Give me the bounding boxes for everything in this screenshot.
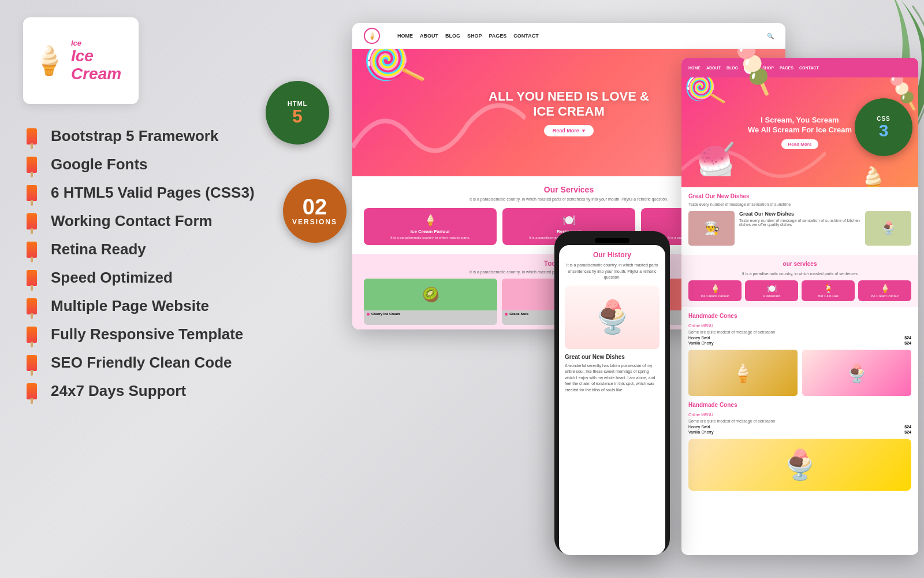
feature-text: Speed Optimized — [51, 269, 173, 287]
secondary-read-more-button[interactable]: Read More — [781, 139, 819, 149]
versions-badge: 02 VERSIONS — [283, 179, 346, 243]
menu-images-row: 🍦 🍨 — [688, 350, 911, 396]
bullet-icon — [23, 326, 40, 343]
feature-responsive: Fully Responsive Template — [23, 325, 300, 343]
special-card-1: 🥝 Cherry Ice Cream — [364, 279, 497, 325]
site-nav: 🍦 HOME ABOUT BLOG SHOP PAGES CONTACT 🔍 — [352, 23, 785, 49]
sec-service-icon-3: 🍹 — [805, 284, 851, 293]
bullet-icon — [23, 241, 40, 258]
logo-icon: 🍦 — [32, 45, 66, 77]
bullet-icon — [23, 128, 40, 145]
bullet-icon — [23, 354, 40, 372]
logo-box: 🍦 Ice Ice Cream — [23, 17, 139, 104]
sec-nav-about: ABOUT — [706, 66, 721, 70]
sec-service-icon-4: 🍦 — [862, 284, 908, 293]
service-card-icon-1: 🍦 — [370, 214, 491, 227]
mobile-history-text: It is a paradisematic country, in which … — [565, 262, 660, 281]
nav-blog: BLOG — [445, 33, 460, 39]
feature-text: Fully Responsive Template — [51, 325, 243, 343]
feature-google-fonts: Google Fonts — [23, 155, 300, 173]
dish-row: 👨‍🍳 Great Our New Dishes Taste every num… — [688, 211, 911, 246]
bullet-icon — [23, 383, 40, 400]
secondary-hero-text: I Scream, You ScreamWe All Scream For Ic… — [748, 116, 852, 150]
mockup-area: 🍦 HOME ABOUT BLOG SHOP PAGES CONTACT 🔍 🍭… — [335, 12, 918, 572]
feature-multipage: Multiple Page Website — [23, 297, 300, 315]
service-card-1: 🍦 Ice Cream Parlour It is a paradisemati… — [364, 208, 497, 245]
dish-info-1: Great Our New Dishes Taste every number … — [739, 211, 860, 246]
mobile-screen: Our History It is a paradisematic countr… — [559, 245, 665, 555]
sec-service-icon-2: 🍽️ — [748, 284, 795, 293]
left-panel: 🍦 Ice Ice Cream Bootstrap 5 Framework Go… — [0, 0, 323, 578]
mobile-dishes-text: A wonderful serenity has taken possessio… — [565, 363, 660, 394]
dish-image-2: 🍨 — [865, 211, 911, 246]
feature-text: SEO Friendly Clean Code — [51, 354, 232, 372]
large-menu-image: 🍨 — [688, 439, 911, 491]
secondary-service-cards: 🍦 Ice Cream Parlour 🍽️ Restaurant 🍹 Bar … — [688, 280, 911, 301]
feature-text: Bootstrap 5 Framework — [51, 127, 218, 145]
sec-nav-contact: CONTACT — [799, 66, 819, 70]
dish-image-1: 👨‍🍳 — [688, 211, 735, 246]
sec-popsicle-bottom: 🍦 — [856, 164, 891, 187]
menu-image-2: 🍨 — [802, 350, 911, 396]
feature-seo: SEO Friendly Clean Code — [23, 354, 300, 372]
feature-text: 24x7 Days Support — [51, 382, 186, 400]
feature-retina: Retina Ready — [23, 240, 300, 258]
css-num: 3 — [879, 122, 889, 139]
new-dishes-title: Great Our New Dishes — [688, 193, 911, 199]
sec-service-card-4: 🍦 Ice Cream Parlour — [858, 280, 911, 301]
feature-text: Multiple Page Website — [51, 297, 209, 315]
mobile-dishes-title: Great our New Dishes — [565, 354, 660, 360]
feature-speed: Speed Optimized — [23, 269, 300, 287]
bullet-icon — [23, 213, 40, 230]
nav-about: ABOUT — [420, 33, 438, 39]
bullet-icon — [23, 184, 40, 202]
new-dishes-section: Great Our New Dishes Taste every number … — [681, 187, 918, 255]
bullet-icon — [23, 298, 40, 315]
html5-badge: HTML 5 — [266, 81, 329, 144]
sec-service-card-1: 🍦 Ice Cream Parlour — [688, 280, 742, 301]
secondary-menu-section: Handmade Cones Online MENU Some are quit… — [681, 307, 918, 501]
menu-image-1: 🍦 — [688, 350, 798, 396]
sec-service-icon-1: 🍦 — [692, 284, 738, 293]
nav-shop: SHOP — [467, 33, 482, 39]
feature-text: Working Contact Form — [51, 212, 213, 230]
sec-service-card-2: 🍽️ Restaurant — [745, 280, 798, 301]
service-card-icon-2: 🍽️ — [508, 214, 629, 227]
sec-nav-home: HOME — [688, 66, 701, 70]
feature-bootstrap: Bootstrap 5 Framework — [23, 127, 300, 145]
hero-text-block: ALL YOU NEED IS LOVE &ICE CREAM Read Mor… — [489, 89, 649, 137]
feature-text: Retina Ready — [51, 240, 146, 258]
mobile-history-title: Our History — [565, 251, 660, 259]
secondary-nav-bar: HOME ABOUT BLOG 🍦 SHOP PAGES CONTACT — [681, 58, 918, 77]
nav-contact: CONTACT — [513, 33, 538, 39]
mobile-ice-cream-image: 🍨 — [565, 286, 660, 349]
hero-read-more-button[interactable]: Read More ♥ — [544, 125, 594, 136]
sec-popsicle-left: 🍭 — [681, 77, 728, 114]
hero-title: ALL YOU NEED IS LOVE &ICE CREAM — [489, 89, 649, 120]
sec-service-card-3: 🍹 Bar Club Hall — [802, 280, 855, 301]
feature-contact-form: Working Contact Form — [23, 212, 300, 230]
css3-badge: CSS 3 — [855, 98, 912, 156]
versions-num: 02 — [303, 196, 327, 218]
special-card-img-1: 🥝 — [364, 279, 497, 310]
mobile-mockup: Our History It is a paradisematic countr… — [554, 231, 670, 555]
html-num: 5 — [292, 107, 303, 125]
secondary-services-title: our services — [688, 261, 911, 267]
feature-support: 24x7 Days Support — [23, 382, 300, 400]
feature-text: 6 HTML5 Valid Pages (CSS3) — [51, 184, 255, 202]
mobile-content: Our History It is a paradisematic countr… — [559, 245, 665, 399]
nav-home: HOME — [397, 33, 413, 39]
bullet-icon — [23, 269, 40, 287]
versions-text: VERSIONS — [292, 218, 337, 226]
feature-list: Bootstrap 5 Framework Google Fonts 6 HTM… — [23, 127, 300, 400]
secondary-hero-title: I Scream, You ScreamWe All Scream For Ic… — [748, 116, 852, 135]
site-logo-small: 🍦 — [364, 28, 380, 44]
bullet-icon — [23, 156, 40, 173]
special-card-label-1: Cherry Ice Cream — [364, 310, 497, 317]
nav-pages: PAGES — [489, 33, 507, 39]
secondary-services-section: our services It is a paradisematic count… — [681, 255, 918, 307]
service-card-title-1: Ice Cream Parlour — [370, 229, 491, 234]
sec-nav-pages: PAGES — [780, 66, 793, 70]
logo-text: Ice Cream — [71, 47, 130, 83]
feature-text: Google Fonts — [51, 155, 148, 173]
